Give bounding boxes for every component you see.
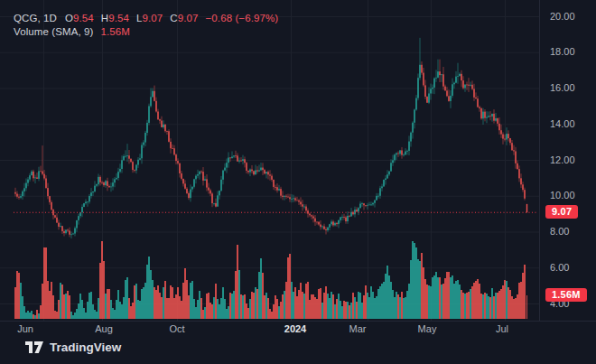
tradingview-logo-icon [25,341,43,354]
legend-symbol: QCG, 1D [14,13,57,23]
legend-open: O9.54 [65,13,94,23]
legend-volume-row: Volume (SMA, 9)1.56M [14,25,278,39]
legend: QCG, 1DO9.54H9.54L9.07C9.07−0.68 (−6.97%… [14,12,278,39]
tradingview-chart: QCG, 1DO9.54H9.54L9.07C9.07−0.68 (−6.97%… [0,0,596,364]
time-tick-label: Aug [95,323,113,334]
price-tick-label: 16.00 [550,82,575,93]
price-axis-separator [539,0,540,321]
legend-volume-value: 1.56M [100,26,129,37]
price-tick-label: 10.00 [550,190,575,201]
legend-low: L9.07 [136,13,163,23]
time-axis-separator [0,321,596,322]
legend-close: C9.07 [170,13,198,23]
price-tick-label: 20.00 [550,11,575,22]
price-tick-label: 14.00 [550,118,575,129]
price-tick-label: 18.00 [550,46,575,57]
time-tick-label: Jun [17,323,33,334]
price-tick-label: 8.00 [550,226,569,237]
legend-high: H9.54 [101,13,129,23]
tradingview-logo[interactable]: TradingView [25,341,121,354]
time-tick-label: Oct [169,323,184,334]
time-tick-label: Jul [496,323,508,334]
chart-canvas[interactable] [0,0,596,364]
time-tick-label: Mar [349,323,367,334]
last-volume-badge: 1.56M [545,288,587,302]
price-tick-label: 6.00 [550,262,569,273]
time-tick-label: 2024 [284,323,306,334]
legend-change: −0.68 (−6.97%) [206,13,279,23]
legend-ohlc-row: QCG, 1DO9.54H9.54L9.07C9.07−0.68 (−6.97%… [14,12,278,25]
last-price-badge: 9.07 [545,205,578,219]
tradingview-logo-text: TradingView [50,341,121,354]
time-tick-label: May [418,323,437,334]
price-tick-label: 12.00 [550,154,575,165]
legend-volume-label: Volume (SMA, 9) [14,26,93,37]
